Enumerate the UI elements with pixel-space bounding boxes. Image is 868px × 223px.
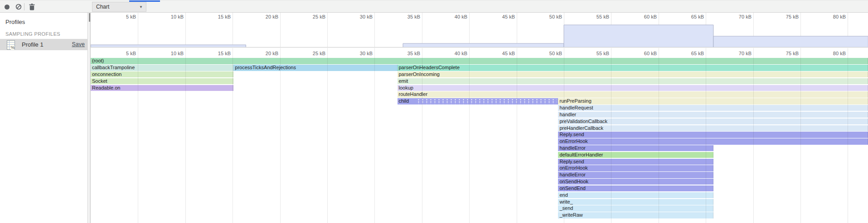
overview-axis-tick-label: 45 kB	[488, 14, 515, 19]
profile-name: Profile 1	[22, 41, 44, 48]
view-mode-select[interactable]: Chart ▼	[92, 2, 146, 12]
overview-pane[interactable]: 5 kB10 kB15 kB20 kB25 kB30 kB35 kB40 kB4…	[91, 13, 868, 47]
flame-frame-handleerror[interactable]: handleError	[558, 145, 713, 151]
profile-icon-percent-badge: %	[11, 46, 15, 50]
flame-frame-socket[interactable]: Socket	[91, 78, 233, 84]
flame-frame-onconnection[interactable]: onconnection	[91, 71, 233, 77]
sidebar: Profiles SAMPLING PROFILES % Profile 1 S…	[0, 13, 88, 223]
overview-axis-tick-label: 75 kB	[771, 14, 799, 19]
overview-axis-tick-label: 80 kB	[819, 14, 846, 19]
overview-axis-tick-label: 60 kB	[630, 14, 657, 19]
profile-icon: %	[7, 40, 15, 50]
memory-profiler-panel: Chart ▼ Profiles SAMPLING PROFILES % Pro…	[0, 0, 868, 223]
flame-frame--send[interactable]: _send	[558, 205, 713, 211]
overview-axis-tick-label: 35 kB	[393, 14, 420, 19]
record-icon	[5, 5, 10, 9]
overview-axis-tick-label: 10 kB	[156, 14, 184, 19]
flame-frame-lookup[interactable]: lookup	[398, 85, 868, 91]
flame-frame-prehandlercallback[interactable]: preHandlerCallback	[558, 125, 868, 131]
flame-frame--root-[interactable]: (root)	[91, 58, 868, 64]
overview-axis-tick-label: 5 kB	[109, 14, 136, 19]
overview-axis-tick-label: 65 kB	[677, 14, 704, 19]
flame-frame-readable-on[interactable]: Readable.on	[91, 85, 233, 91]
sample-dots-pattern	[417, 99, 558, 104]
overview-axis-tick-label: 40 kB	[440, 14, 467, 19]
trash-icon	[29, 4, 35, 10]
flame-axis-tick-label: 40 kB	[440, 51, 467, 56]
flame-axis-tick-label: 60 kB	[630, 51, 657, 56]
flame-frame-reply-send[interactable]: Reply.send	[558, 159, 713, 165]
flame-frame-prevalidationcallback[interactable]: preValidationCallback	[558, 119, 868, 124]
flame-chart: 5 kB10 kB15 kB20 kB25 kB30 kB35 kB40 kB4…	[91, 13, 868, 223]
flame-axis-tick-label: 45 kB	[488, 51, 515, 56]
flame-frame-parseronheaderscomplete[interactable]: parserOnHeadersComplete	[398, 65, 868, 71]
flame-frame-child[interactable]: child	[398, 98, 558, 104]
flame-frame-write-[interactable]: write_	[558, 199, 713, 205]
flame-frame-onsendend[interactable]: onSendEnd	[558, 185, 713, 191]
flame-frame-parseronincoming[interactable]: parserOnIncoming	[398, 71, 868, 77]
overview-axis-tick-label: 55 kB	[582, 14, 609, 19]
overview-step	[564, 25, 713, 47]
record-button[interactable]	[2, 2, 12, 11]
flame-axis-tick-label: 35 kB	[393, 51, 420, 56]
overview-axis-tick-label: 70 kB	[724, 14, 752, 19]
flame-main: 5 kB10 kB15 kB20 kB25 kB30 kB35 kB40 kB4…	[91, 48, 868, 223]
flame-frame-handler[interactable]: handler	[558, 112, 868, 118]
flame-frame-reply-send[interactable]: Reply.send	[558, 132, 868, 138]
flame-frame-onerrorhook[interactable]: onErrorHook	[558, 165, 713, 171]
flame-gridline	[280, 48, 281, 223]
flame-frame-runpreparsing[interactable]: runPreParsing	[558, 98, 868, 104]
flame-axis-tick-label: 20 kB	[251, 51, 278, 56]
flame-axis-tick-label: 75 kB	[771, 51, 799, 56]
overview-axis-tick-label: 15 kB	[204, 14, 231, 19]
flame-frame--writeraw[interactable]: _writeRaw	[558, 212, 713, 218]
flame-axis-tick-label: 50 kB	[535, 51, 562, 56]
flame-frame-emit[interactable]: emit	[398, 78, 868, 84]
flame-axis-tick-label: 70 kB	[724, 51, 752, 56]
view-mode-label: Chart	[96, 4, 109, 10]
flame-frame-onerrorhook[interactable]: onErrorHook	[558, 138, 868, 144]
flame-axis-tick-label: 15 kB	[204, 51, 231, 56]
flame-frame-routehandler[interactable]: routeHandler	[398, 91, 868, 97]
flame-gridline	[327, 48, 328, 223]
flame-axis-tick-label: 10 kB	[156, 51, 184, 56]
scrollbar-thumb[interactable]	[89, 13, 90, 22]
overview-axis-tick-label: 30 kB	[345, 14, 373, 19]
overview-axis-tick-label: 50 kB	[535, 14, 562, 19]
flame-frame-handlerequest[interactable]: handleRequest	[558, 105, 868, 111]
toolbar: Chart ▼	[0, 0, 868, 13]
flame-frame-end[interactable]: end	[558, 192, 713, 198]
flame-axis-tick-label: 5 kB	[109, 51, 136, 56]
flame-frame-callbacktrampoline[interactable]: callbackTrampoline	[91, 65, 233, 71]
flame-gridline	[374, 48, 375, 223]
overview-axis-tick-label: 25 kB	[298, 14, 325, 19]
delete-profile-button[interactable]	[27, 2, 37, 11]
flame-axis-tick-label: 30 kB	[345, 51, 373, 56]
overview-step	[403, 43, 564, 47]
profile-item[interactable]: % Profile 1 Save	[0, 39, 88, 50]
clear-button[interactable]	[14, 2, 24, 11]
chevron-down-icon: ▼	[139, 5, 143, 9]
block-icon	[15, 4, 22, 10]
flame-axis-tick-label: 65 kB	[677, 51, 704, 56]
flame-frame-onsendhook[interactable]: onSendHook	[558, 179, 713, 185]
save-profile-link[interactable]: Save	[72, 41, 85, 47]
sampling-profiles-heading: SAMPLING PROFILES	[5, 31, 60, 37]
flame-frame-handleerror[interactable]: handleError	[558, 172, 713, 178]
overview-axis-tick-label: 20 kB	[251, 14, 278, 19]
overview-step	[91, 45, 246, 47]
flame-axis-tick-label: 25 kB	[298, 51, 325, 56]
toolbar-separator	[24, 3, 24, 10]
sidebar-title: Profiles	[5, 19, 25, 25]
overview-step	[713, 36, 868, 47]
flame-axis-tick-label: 80 kB	[819, 51, 846, 56]
flame-frame-defaulterrorhandler[interactable]: defaultErrorHandler	[558, 152, 713, 158]
flame-axis-tick-label: 55 kB	[582, 51, 609, 56]
flame-frame-processticksandrejections[interactable]: processTicksAndRejections	[233, 65, 397, 71]
